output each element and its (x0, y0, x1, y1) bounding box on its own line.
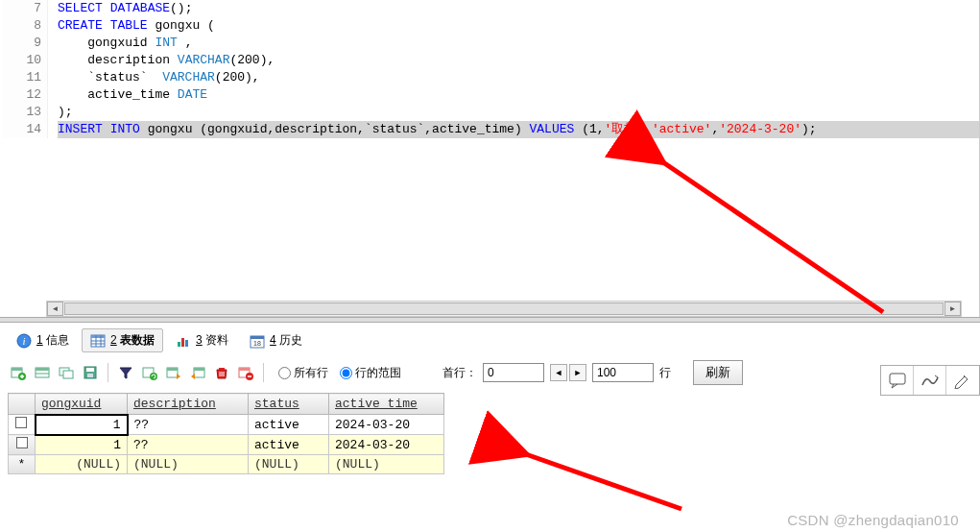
first-row-label: 首行： (442, 365, 477, 381)
svg-rect-31 (219, 368, 225, 370)
svg-rect-15 (12, 368, 22, 371)
scroll-thumb[interactable] (64, 302, 944, 315)
row-header[interactable] (9, 415, 36, 435)
line-number: 14 (2, 121, 48, 138)
code-line[interactable]: active_time DATE (58, 86, 979, 104)
svg-text:18: 18 (253, 340, 261, 347)
grid-refresh-icon[interactable] (139, 362, 160, 383)
code-line[interactable]: ); (58, 104, 979, 121)
message-tool-icon[interactable] (881, 366, 914, 395)
table-cell[interactable]: 2024-03-20 (329, 435, 444, 455)
sql-editor[interactable]: 7SELECT DATABASE();8CREATE TABLE gongxu … (0, 0, 980, 317)
column-header[interactable]: status (249, 394, 329, 415)
table-cell[interactable]: active (249, 415, 329, 435)
svg-rect-18 (36, 368, 49, 371)
line-number: 7 (2, 0, 48, 17)
tab-data[interactable]: 2 表数据 (82, 328, 163, 352)
svg-rect-39 (890, 374, 905, 384)
row-count-input[interactable] (592, 363, 654, 382)
first-row-input[interactable] (483, 363, 544, 382)
tab-label: 3 资料 (196, 332, 228, 349)
tab-label: 4 历史 (270, 332, 302, 349)
row-header[interactable]: * (9, 455, 36, 474)
code-line[interactable]: CREATE TABLE gongxu ( (58, 17, 979, 35)
grid-delete-icon[interactable] (235, 362, 256, 383)
column-header[interactable]: gongxuid (36, 394, 128, 415)
code-line[interactable]: SELECT DATABASE(); (58, 0, 979, 17)
code-line[interactable]: `status` VARCHAR(200), (58, 69, 979, 86)
line-number: 12 (2, 86, 48, 104)
filter-icon[interactable] (115, 362, 136, 383)
column-header[interactable]: active_time (329, 394, 444, 415)
delete-icon[interactable] (211, 362, 232, 383)
svg-rect-8 (178, 342, 180, 347)
table-icon (90, 333, 106, 349)
svg-rect-21 (63, 371, 73, 378)
line-number: 8 (2, 17, 48, 35)
svg-text:i: i (22, 335, 25, 347)
line-number: 13 (2, 104, 48, 121)
edit-tool-icon[interactable] (946, 366, 979, 395)
table-cell[interactable]: active (249, 435, 329, 455)
code-line[interactable]: description VARCHAR(200), (58, 52, 979, 69)
line-number: 11 (2, 69, 48, 86)
table-cell[interactable]: 2024-03-20 (329, 415, 444, 435)
calendar-icon: 18 (250, 333, 265, 349)
editor-horizontal-scrollbar[interactable]: ◄ ► (46, 301, 962, 317)
svg-rect-12 (251, 336, 264, 339)
result-tabs: i 1 信息 2 表数据 3 资料 18 4 历史 (0, 323, 980, 356)
scroll-left-icon[interactable]: ◄ (47, 302, 63, 316)
grid-export-icon[interactable] (163, 362, 184, 383)
svg-rect-30 (194, 368, 204, 371)
svg-rect-36 (239, 368, 250, 371)
copy-row-icon[interactable] (56, 362, 77, 383)
prev-page-icon[interactable]: ◄ (550, 364, 567, 381)
tab-assets[interactable]: 3 资料 (167, 328, 237, 352)
svg-rect-28 (167, 368, 178, 371)
table-cell[interactable]: 1 (36, 435, 128, 455)
row-suffix-label: 行 (659, 365, 671, 381)
svg-rect-10 (185, 340, 188, 347)
refresh-button[interactable]: 刷新 (693, 360, 743, 385)
chart-icon (176, 333, 191, 349)
line-number: 10 (2, 52, 48, 69)
table-cell[interactable]: ?? (128, 435, 249, 455)
row-header[interactable] (9, 435, 36, 455)
table-cell[interactable]: ?? (128, 415, 249, 435)
add-row-icon[interactable] (8, 362, 29, 383)
grid-icon-2[interactable] (32, 362, 53, 383)
next-page-icon[interactable]: ► (569, 364, 586, 381)
table-cell[interactable]: (NULL) (329, 455, 444, 474)
table-cell[interactable]: (NULL) (128, 455, 249, 474)
radio-all-rows[interactable]: 所有行 (278, 365, 328, 381)
tab-history[interactable]: 18 4 历史 (241, 328, 311, 352)
svg-rect-23 (86, 368, 94, 372)
result-grid: gongxuiddescriptionstatusactive_time1??a… (0, 389, 980, 476)
table-cell[interactable]: (NULL) (249, 455, 329, 474)
svg-rect-24 (87, 374, 93, 377)
chart-tool-icon[interactable] (914, 366, 946, 395)
column-header[interactable]: description (128, 394, 249, 415)
table-cell[interactable]: (NULL) (36, 455, 128, 474)
tab-info[interactable]: i 1 信息 (8, 328, 78, 352)
grid-import-icon[interactable] (187, 362, 208, 383)
svg-rect-3 (91, 335, 105, 338)
svg-rect-9 (181, 338, 184, 347)
line-number: 9 (2, 35, 48, 52)
tab-label: 2 表数据 (110, 332, 155, 349)
scroll-right-icon[interactable]: ► (944, 302, 961, 316)
side-tool-panel (880, 365, 980, 396)
radio-row-range[interactable]: 行的范围 (340, 365, 401, 381)
watermark: CSDN @zhengdaqian010 (787, 512, 959, 528)
save-icon[interactable] (80, 362, 101, 383)
table-cell[interactable]: 1 (36, 415, 128, 435)
code-line[interactable]: gongxuid INT , (58, 35, 979, 52)
svg-point-26 (150, 373, 157, 380)
code-line[interactable]: INSERT INTO gongxu (gongxuid,description… (58, 121, 979, 138)
tab-label: 1 信息 (36, 332, 69, 349)
info-icon: i (16, 333, 32, 349)
grid-toolbar: 所有行 行的范围 首行： ◄ ► 行 刷新 (0, 356, 980, 389)
